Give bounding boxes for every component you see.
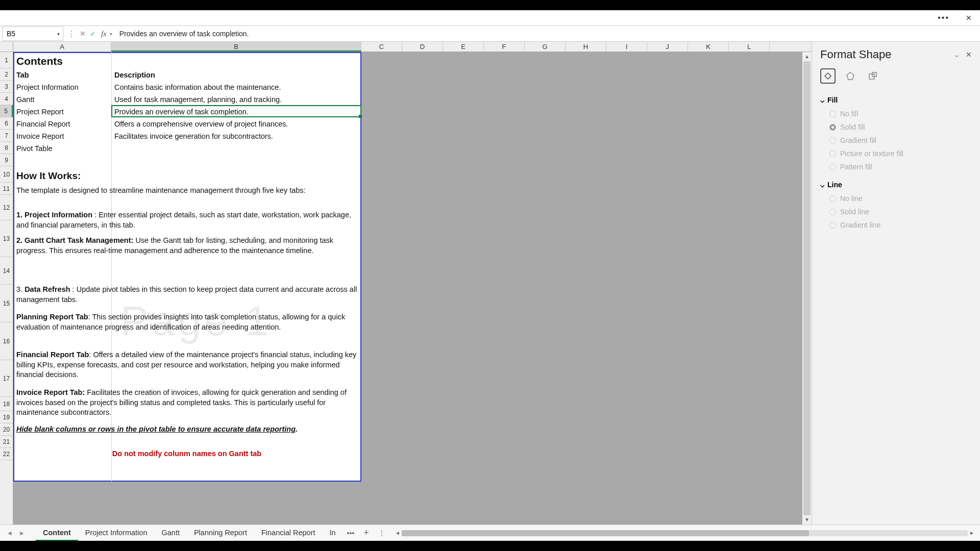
row-header[interactable]: 17 <box>0 360 13 397</box>
item-5-label: Financial Report Tab <box>16 350 89 359</box>
panel-collapse-button[interactable]: ⌵ <box>954 51 959 59</box>
panel-close-button[interactable]: ✕ <box>966 51 972 59</box>
select-all-corner[interactable] <box>0 42 13 52</box>
row-header[interactable]: 6 <box>0 117 13 130</box>
add-sheet-button[interactable]: + <box>358 528 374 538</box>
column-header[interactable]: A <box>13 42 111 52</box>
radio-icon <box>829 195 836 202</box>
sheet-tab[interactable]: Project Information <box>78 525 155 541</box>
row-header[interactable]: 22 <box>0 448 13 460</box>
horizontal-scrollbar[interactable]: ◄ ► <box>394 530 976 537</box>
radio-icon <box>829 124 836 131</box>
column-header[interactable]: L <box>729 42 770 52</box>
row-header[interactable]: 10 <box>0 166 13 183</box>
formula-input[interactable]: Provides an overview of task completion. <box>116 30 980 38</box>
tab-nav-prev[interactable]: ◄ <box>4 530 15 537</box>
row-header[interactable]: 13 <box>0 220 13 257</box>
confirm-button[interactable]: ✓ <box>88 30 98 38</box>
spreadsheet-grid[interactable]: ABCDEFGHIJKL 123456789101112131415161718… <box>0 42 812 524</box>
radio-icon <box>829 164 836 170</box>
tab-menu-button[interactable]: ⋮ <box>375 529 388 537</box>
row-header[interactable]: 19 <box>0 411 13 423</box>
column-header[interactable]: B <box>111 42 361 52</box>
window-close-button[interactable]: ✕ <box>962 12 976 24</box>
col-header-description: Description <box>112 69 157 82</box>
chevron-down-icon[interactable]: ▾ <box>110 31 112 37</box>
scroll-up-icon[interactable]: ▲ <box>804 52 810 61</box>
scroll-left-icon[interactable]: ◄ <box>394 530 402 536</box>
line-option[interactable]: Solid line <box>820 205 972 218</box>
column-header[interactable]: J <box>647 42 688 52</box>
sheet-tab-strip: ◄ ► ContentProject InformationGanttPlann… <box>0 524 980 541</box>
column-header[interactable]: H <box>566 42 606 52</box>
column-header[interactable]: I <box>606 42 647 52</box>
line-option[interactable]: Gradient line <box>820 218 972 232</box>
more-icon[interactable]: ••• <box>938 13 949 22</box>
how-intro: The template is designed to streamline m… <box>14 185 359 197</box>
row-header[interactable]: 9 <box>0 154 13 166</box>
row-header[interactable]: 20 <box>0 423 13 436</box>
item-3-pre: 3. <box>16 285 24 293</box>
tab-desc-cell: Contains basic information about the mai… <box>112 82 283 94</box>
fill-option[interactable]: Picture or texture fill <box>820 147 972 160</box>
tab-name-cell: Pivot Table <box>14 143 55 155</box>
sheet-tab[interactable]: Planning Report <box>187 525 254 541</box>
row-header[interactable]: 4 <box>0 93 13 105</box>
fill-option[interactable]: Gradient fill <box>820 134 972 147</box>
tab-overflow-button[interactable]: ••• <box>344 529 358 537</box>
row-header[interactable]: 16 <box>0 322 13 360</box>
fill-option[interactable]: Solid fill <box>820 120 972 134</box>
fill-section-header[interactable]: ⌵ Fill <box>820 93 972 107</box>
row-header[interactable]: 3 <box>0 81 13 93</box>
column-header[interactable]: D <box>402 42 443 52</box>
sheet-tab[interactable]: Content <box>36 525 78 541</box>
column-header[interactable]: G <box>525 42 566 52</box>
row-header[interactable]: 18 <box>0 397 13 411</box>
tab-name-cell: Financial Report <box>14 118 72 131</box>
row-header[interactable]: 5 <box>0 105 13 117</box>
option-label: Pattern fill <box>840 163 872 171</box>
fx-icon[interactable]: fx <box>101 30 107 38</box>
column-header[interactable]: C <box>361 42 402 52</box>
item-1-label: 1. Project Information <box>16 211 92 219</box>
warning-text: Do not modify colunm names on Gantt tab <box>14 448 359 460</box>
cell-reference: B5 <box>7 30 15 38</box>
sheet-tab[interactable]: Gantt <box>154 525 186 541</box>
line-section-header[interactable]: ⌵ Line <box>820 178 972 192</box>
tab-nav-next[interactable]: ► <box>16 530 28 537</box>
size-icon <box>868 71 878 81</box>
tab-name-cell: Project Report <box>14 106 66 118</box>
effects-tab[interactable] <box>843 68 858 84</box>
scroll-down-icon[interactable]: ▼ <box>804 515 810 524</box>
cancel-button[interactable]: ✕ <box>78 30 88 38</box>
row-header[interactable]: 2 <box>0 68 13 81</box>
row-header[interactable]: 7 <box>0 130 13 142</box>
item-4: Planning Report Tab: This section provid… <box>14 311 359 333</box>
column-header[interactable]: K <box>688 42 729 52</box>
vertical-scrollbar[interactable]: ▲ ▼ <box>802 52 812 524</box>
tab-name-cell: Project Information <box>14 82 81 94</box>
fill-line-tab[interactable] <box>820 68 836 84</box>
scroll-thumb[interactable] <box>402 530 810 536</box>
name-box[interactable]: B5 ▾ <box>2 27 63 41</box>
size-properties-tab[interactable] <box>865 68 880 84</box>
row-header[interactable]: 1 <box>0 52 13 68</box>
chevron-down-icon[interactable]: ▾ <box>57 31 60 37</box>
row-header[interactable]: 14 <box>0 257 13 285</box>
scroll-right-icon[interactable]: ► <box>968 530 976 536</box>
sheet-tab[interactable]: Financial Report <box>254 525 323 541</box>
row-header[interactable]: 8 <box>0 142 13 154</box>
column-header[interactable]: E <box>443 42 484 52</box>
scroll-thumb[interactable] <box>803 61 811 515</box>
column-header[interactable]: F <box>484 42 525 52</box>
row-header[interactable]: 11 <box>0 183 13 195</box>
item-1: 1. Project Information : Enter essential… <box>14 209 359 231</box>
row-header[interactable]: 15 <box>0 285 13 322</box>
fill-option[interactable]: No fill <box>820 107 972 120</box>
row-header[interactable]: 21 <box>0 436 13 448</box>
row-header[interactable]: 12 <box>0 195 13 220</box>
fill-option[interactable]: Pattern fill <box>820 160 972 173</box>
sheet-tab[interactable]: In <box>323 525 343 541</box>
radio-icon <box>829 209 836 215</box>
line-option[interactable]: No line <box>820 192 972 205</box>
